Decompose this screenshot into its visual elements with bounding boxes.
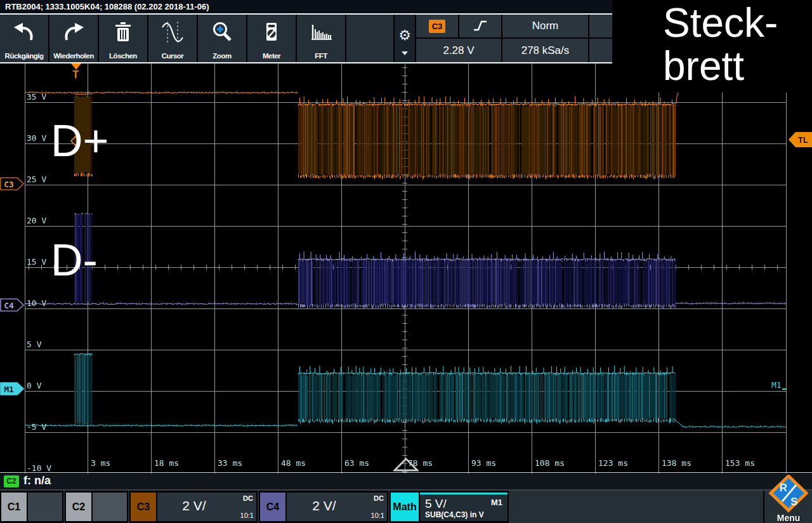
device-title: RTB2004; 1333.1005K04; 108288 (02.202 20… (5, 2, 209, 11)
fft-button[interactable]: FFT (297, 15, 345, 62)
trigger-time-marker[interactable]: T (70, 63, 81, 80)
svg-text:C3: C3 (4, 180, 14, 189)
trigger-level-label: TL (798, 135, 808, 145)
menu-label: Menu (765, 513, 812, 523)
trigger-level-marker[interactable]: TL (789, 131, 812, 148)
frequency-readout: f: n/a (23, 474, 51, 487)
delete-button[interactable]: Löschen (99, 15, 147, 62)
channel-c2-cell[interactable]: C2 (65, 491, 128, 523)
trigger-level-cell[interactable]: 2.28 V (416, 39, 501, 62)
c3-coupling: DC (243, 494, 253, 502)
sample-rate-cell[interactable]: 278 kSa/s (502, 39, 588, 62)
channel-c1-cell[interactable]: C1 (0, 491, 63, 523)
trigger-extra-cell[interactable] (589, 15, 613, 37)
trigger-mode-cell[interactable]: Norm (502, 15, 588, 37)
zoom-button[interactable]: Zoom (198, 15, 246, 62)
channel-bar: C1 C2 C3 2 V/ DC 10:1 C4 2 V/ DC 10:1 Ma… (0, 491, 812, 523)
channel-c3-cell[interactable]: C3 2 V/ DC 10:1 (129, 491, 258, 523)
divider (763, 491, 764, 523)
delete-label: Löschen (99, 52, 147, 60)
svg-text:M1: M1 (4, 384, 14, 394)
fft-spectrum-icon (297, 18, 345, 46)
chevron-down-icon (402, 51, 408, 55)
channel-c4-badge[interactable]: C4 (260, 493, 285, 521)
c3-scale: 2 V/ (157, 498, 231, 513)
channel-c3-panel[interactable]: 2 V/ DC 10:1 (157, 493, 256, 521)
annotation-overlay: Steck- brett (612, 0, 812, 93)
cursor-button[interactable]: Cursor (148, 15, 197, 62)
math-ref: M1 (491, 498, 502, 507)
svg-text:R: R (780, 482, 787, 494)
svg-text:S: S (790, 496, 797, 508)
channel-c1-badge[interactable]: C1 (1, 493, 27, 521)
math-scale: 5 V/ (425, 497, 447, 511)
sample-rate: 278 kSa/s (521, 44, 570, 57)
zoom-magnifier-icon (198, 18, 246, 46)
trigger-time-label: T (70, 70, 81, 80)
c4-probe: 10:1 (371, 512, 384, 519)
c4-coupling: DC (374, 494, 384, 502)
meter-button[interactable]: Meter (247, 15, 296, 62)
trigger-extra-cell2[interactable] (589, 39, 613, 62)
measurement-source-badge: C2 (4, 475, 19, 487)
c4-scale: 2 V/ (287, 498, 362, 513)
undo-arrow-icon (0, 18, 48, 46)
settings-button[interactable]: ⚙ (395, 15, 415, 62)
channel-c3-badge[interactable]: C3 (131, 493, 156, 521)
math-formula: SUB(C4,C3) in V (425, 510, 484, 519)
meter-label: Meter (247, 52, 296, 60)
annotation-line1: Steck- (663, 1, 812, 44)
channel-marker-c3[interactable]: C3 (0, 177, 24, 190)
undo-label: Rückgängig (0, 52, 48, 60)
fft-label: FFT (297, 52, 345, 60)
channel-c1-panel[interactable] (28, 493, 62, 521)
channel-c4-panel[interactable]: 2 V/ DC 10:1 (287, 493, 387, 521)
svg-text:C4: C4 (4, 301, 14, 310)
measurement-bar: C2 f: n/a (0, 473, 812, 489)
redo-arrow-icon (49, 18, 98, 46)
trigger-slope-cell[interactable] (459, 15, 501, 37)
c3-probe: 10:1 (240, 512, 254, 519)
channel-marker-c4[interactable]: C4 (0, 298, 24, 312)
undo-button[interactable]: Rückgängig (0, 15, 48, 62)
menu-button[interactable]: R S Menu (765, 475, 812, 523)
cursor-waveform-icon (148, 18, 197, 46)
channel-math-badge[interactable]: Math (391, 493, 419, 521)
redo-label: Wiederholen (49, 52, 98, 60)
channel-math-cell[interactable]: Math 5 V/ SUB(C4,C3) in V M1 (390, 491, 509, 523)
trigger-source-badge: C3 (429, 20, 446, 33)
trigger-source-cell[interactable]: C3 (416, 15, 458, 37)
annotation-line2: brett (663, 44, 812, 88)
toolbar-empty-slot (346, 15, 393, 62)
trigger-mode: Norm (532, 20, 559, 32)
trigger-level: 2.28 V (443, 44, 474, 57)
redo-button[interactable]: Wiederholen (49, 15, 98, 62)
multimeter-icon (247, 18, 296, 46)
cursor-label: Cursor (148, 52, 197, 60)
title-bar: RTB2004; 1333.1005K04; 108288 (02.202 20… (0, 0, 613, 13)
channel-c2-badge[interactable]: C2 (66, 493, 91, 521)
channel-math-panel[interactable]: 5 V/ SUB(C4,C3) in V M1 (420, 493, 508, 521)
trash-icon (99, 18, 147, 46)
rs-logo-icon: R S (768, 475, 809, 513)
toolbar-divider (0, 62, 613, 63)
gear-icon: ⚙ (395, 29, 415, 43)
zoom-label: Zoom (198, 52, 246, 60)
waveform-display[interactable] (0, 63, 812, 473)
channel-c4-cell[interactable]: C4 2 V/ DC 10:1 (259, 491, 388, 523)
rising-edge-icon (473, 19, 488, 33)
toolbar: ⚙ C3 Norm 2.28 V 278 kSa/s RückgängigWie… (0, 15, 613, 62)
channel-c2-panel[interactable] (93, 493, 127, 521)
channel-marker-m1[interactable]: M1 (0, 382, 24, 395)
oscilloscope-screen: RTB2004; 1333.1005K04; 108288 (02.202 20… (0, 0, 812, 523)
